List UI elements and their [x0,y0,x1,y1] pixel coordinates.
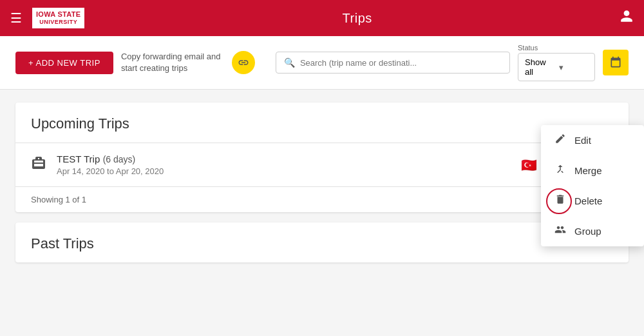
user-icon[interactable] [620,9,634,27]
calendar-button[interactable] [603,50,629,75]
toolbar: + ADD NEW TRIP Copy forwarding email and… [0,36,644,90]
upcoming-trips-card: Upcoming Trips TEST Trip (6 days) Apr 14… [15,103,629,212]
edit-label: Edit [574,135,591,146]
copy-email-text: Copy forwarding email and start creating… [121,51,224,74]
delete-icon [554,193,567,208]
page-title: Trips [95,11,620,26]
delete-menu-item[interactable]: Delete [541,186,644,216]
edit-menu-item[interactable]: Edit [541,125,644,155]
status-value: Show all [525,57,554,77]
showing-count: Showing 1 of 1 [15,186,629,212]
table-row[interactable]: TEST Trip (6 days) Apr 14, 2020 to Apr 2… [15,143,629,186]
menu-icon[interactable]: ☰ [10,10,22,26]
merge-icon [554,163,567,178]
status-select[interactable]: Show all ▾ [518,53,595,81]
group-icon [554,224,567,239]
search-input-wrapper: 🔍 [276,52,510,74]
flag-icon: 🇹🇷 [521,157,537,173]
university-logo: IOWA STATE UNIVERSITY [32,8,84,28]
edit-icon [554,133,567,148]
group-label: Group [574,226,601,237]
trip-briefcase-icon [31,155,46,175]
past-trips-card: Past Trips [15,222,629,262]
trip-name: TEST Trip [57,153,100,164]
logo-line2: UNIVERSITY [36,19,80,26]
main-content: Upcoming Trips TEST Trip (6 days) Apr 14… [0,90,644,286]
context-menu: Edit Merge Delete Group [541,125,644,246]
trip-name-line: TEST Trip (6 days) [57,153,511,165]
status-label: Status [518,44,595,52]
trip-dates: Apr 14, 2020 to Apr 20, 2020 [57,166,511,176]
group-menu-item[interactable]: Group [541,216,644,246]
status-group: Status Show all ▾ [518,44,595,81]
search-icon: 🔍 [284,57,295,68]
header: ☰ IOWA STATE UNIVERSITY Trips [0,0,644,36]
merge-label: Merge [574,165,602,176]
delete-label: Delete [574,195,602,206]
past-trips-title: Past Trips [15,222,629,262]
add-new-trip-button[interactable]: + ADD NEW TRIP [15,52,113,74]
upcoming-trips-title: Upcoming Trips [15,103,629,143]
merge-menu-item[interactable]: Merge [541,155,644,186]
logo-line1: IOWA STATE [36,10,80,19]
trip-duration: (6 days) [103,154,136,164]
search-input[interactable] [300,58,502,68]
trip-info: TEST Trip (6 days) Apr 14, 2020 to Apr 2… [57,153,511,176]
search-container: 🔍 [276,52,510,74]
chevron-down-icon: ▾ [559,63,588,72]
copy-link-icon[interactable] [232,51,255,74]
